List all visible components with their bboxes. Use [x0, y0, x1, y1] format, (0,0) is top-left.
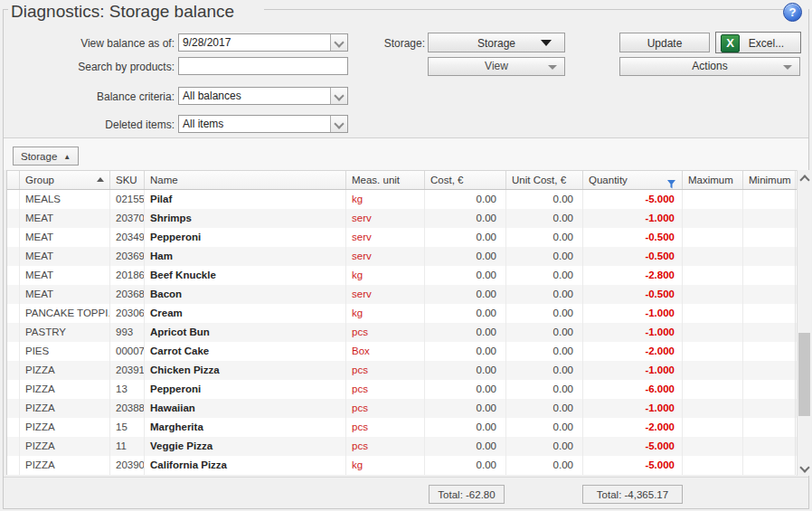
excel-icon: X — [721, 34, 740, 52]
cell-name: Beef Knuckle — [145, 266, 346, 285]
cell-sku: 20368 — [110, 285, 145, 304]
table-row[interactable]: PANCAKE TOPPI...20306Creamkg0.000.00-1.0… — [7, 304, 798, 323]
cell-maximum — [683, 437, 743, 456]
deleted-items-select[interactable]: All items — [178, 115, 348, 133]
cell-name: Pepperoni — [145, 380, 346, 399]
cell-group: MEAT — [20, 266, 110, 285]
row-indicator — [7, 342, 20, 361]
storage-balance-table: Group SKU Name Meas. unit Cost, € Unit C… — [6, 170, 798, 475]
balance-criteria-select[interactable]: All balances — [178, 87, 348, 105]
cell-unit_cost: 0.00 — [506, 361, 583, 380]
help-icon[interactable]: ? — [783, 3, 802, 22]
chevron-down-icon[interactable] — [330, 34, 347, 51]
cell-quantity: -1.000 — [583, 304, 683, 323]
row-indicator — [7, 266, 20, 285]
table-row[interactable]: PIZZA20391Chicken Pizzapcs0.000.00-1.000 — [7, 361, 798, 380]
update-button-label: Update — [647, 34, 683, 52]
scroll-down-button[interactable] — [798, 460, 811, 476]
cell-cost: 0.00 — [425, 399, 506, 418]
sort-ascending-icon: ▲ — [63, 153, 71, 161]
scrollbar-thumb[interactable] — [798, 333, 810, 416]
group-by-panel: Storage▲ — [4, 137, 808, 170]
cell-group: MEAT — [20, 285, 110, 304]
vertical-scrollbar[interactable] — [797, 170, 811, 476]
cell-maximum — [683, 209, 743, 228]
cell-quantity: -5.000 — [583, 190, 683, 209]
storage-dropdown-label: Storage — [477, 34, 515, 52]
header-minimum[interactable]: Minimum — [743, 171, 796, 189]
diagnostics-storage-balance-window: Diagnostics: Storage balance ? View bala… — [0, 0, 812, 511]
cell-unit: serv — [346, 209, 425, 228]
table-row[interactable]: PIZZA20390California Pizzakg0.000.00-5.0… — [7, 456, 798, 475]
view-balance-date-picker[interactable]: 9/28/2017 — [178, 33, 348, 52]
cell-cost: 0.00 — [425, 304, 506, 323]
row-indicator — [7, 304, 20, 323]
cell-cost: 0.00 — [425, 285, 506, 304]
cell-cost: 0.00 — [425, 380, 506, 399]
cell-name: Chicken Pizza — [145, 361, 346, 380]
cell-name: Shrimps — [145, 209, 346, 228]
cell-minimum — [743, 361, 796, 380]
cell-minimum — [743, 228, 796, 247]
cell-unit: kg — [346, 456, 425, 475]
group-by-storage-chip[interactable]: Storage▲ — [13, 147, 79, 166]
cell-unit_cost: 0.00 — [506, 456, 583, 475]
cell-group: MEAT — [20, 247, 110, 266]
view-dropdown-button[interactable]: View — [428, 57, 565, 76]
cell-group: PIZZA — [20, 418, 110, 437]
cell-group: MEAT — [20, 228, 110, 247]
table-row[interactable]: PASTRY993Apricot Bunpcs0.000.00-1.000 — [7, 323, 798, 342]
search-input[interactable] — [179, 58, 347, 74]
header-cost[interactable]: Cost, € — [425, 171, 506, 189]
table-row[interactable]: PIES00007Carrot CakeBox0.000.00-2.000 — [7, 342, 798, 361]
header-quantity[interactable]: Quantity — [583, 171, 683, 189]
header-unit-cost[interactable]: Unit Cost, € — [506, 171, 583, 189]
cell-unit: pcs — [346, 361, 425, 380]
table-row[interactable]: MEAT20368Baconserv0.000.00-0.500 — [7, 285, 798, 304]
cell-group: MEALS — [20, 190, 110, 209]
cell-cost: 0.00 — [425, 361, 506, 380]
cell-maximum — [683, 342, 743, 361]
header-maximum[interactable]: Maximum — [683, 171, 743, 189]
table-row[interactable]: PIZZA20388Hawaiianpcs0.000.00-1.000 — [7, 399, 798, 418]
scroll-up-button[interactable] — [798, 170, 811, 185]
cell-maximum — [683, 380, 743, 399]
cell-unit_cost: 0.00 — [506, 399, 583, 418]
cell-cost: 0.00 — [425, 247, 506, 266]
table-row[interactable]: PIZZA15Margheritapcs0.000.00-2.000 — [7, 418, 798, 437]
view-dropdown-label: View — [485, 58, 508, 75]
chevron-down-icon[interactable] — [330, 88, 347, 104]
header-meas-unit[interactable]: Meas. unit — [346, 171, 425, 189]
update-button[interactable]: Update — [619, 33, 710, 52]
cell-unit_cost: 0.00 — [506, 190, 583, 209]
balance-criteria-value: All balances — [183, 90, 241, 102]
cell-sku: 20370 — [110, 209, 145, 228]
storage-dropdown-button[interactable]: Storage — [428, 33, 565, 52]
table-row[interactable]: MEAT20349Pepperoniserv0.000.00-0.500 — [7, 228, 798, 247]
cell-minimum — [743, 380, 796, 399]
actions-dropdown-button[interactable]: Actions — [619, 57, 800, 76]
table-row[interactable]: PIZZA11Veggie Pizzapcs0.000.00-5.000 — [7, 437, 798, 456]
cell-cost: 0.00 — [425, 437, 506, 456]
excel-button[interactable]: X Excel... — [715, 32, 801, 53]
cell-quantity: -2.000 — [583, 342, 683, 361]
cell-minimum — [743, 456, 796, 475]
table-row[interactable]: MEAT20370Shrimpsserv0.000.00-1.000 — [7, 209, 798, 228]
table-row[interactable]: PIZZA13Pepperonipcs0.000.00-6.000 — [7, 380, 798, 399]
table-row[interactable]: MEALS02155Pilafkg0.000.00-5.000 — [7, 190, 798, 209]
table-row[interactable]: MEAT20186Beef Knucklekg0.000.00-2.800 — [7, 266, 798, 285]
header-sku[interactable]: SKU — [110, 171, 145, 189]
cell-unit: kg — [346, 190, 425, 209]
chevron-down-icon[interactable] — [330, 116, 347, 132]
cell-cost: 0.00 — [425, 266, 506, 285]
cell-name: Veggie Pizza — [145, 437, 346, 456]
header-name[interactable]: Name — [145, 171, 346, 189]
table-row[interactable]: MEAT20369Hamserv0.000.00-0.500 — [7, 247, 798, 266]
header-group[interactable]: Group — [20, 171, 110, 189]
up-arrow-icon — [799, 175, 809, 185]
cell-sku: 20390 — [110, 456, 145, 475]
cell-unit: pcs — [346, 323, 425, 342]
cell-minimum — [743, 209, 796, 228]
cell-minimum — [743, 418, 796, 437]
filter-icon[interactable] — [667, 176, 675, 189]
